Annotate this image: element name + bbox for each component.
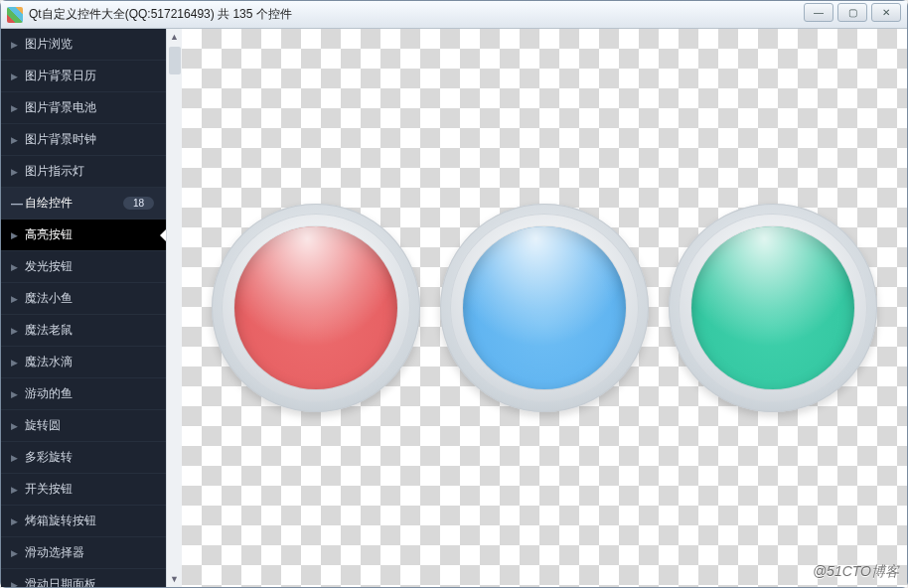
sidebar: ▶图片浏览 ▶图片背景日历 ▶图片背景电池 ▶图片背景时钟 ▶图片指示灯 — 自… xyxy=(1,29,182,587)
caret-right-icon: ▶ xyxy=(11,72,18,81)
sidebar-items: ▶图片浏览 ▶图片背景日历 ▶图片背景电池 ▶图片背景时钟 ▶图片指示灯 — 自… xyxy=(1,29,166,587)
caret-right-icon: ▶ xyxy=(11,389,18,399)
caret-right-icon: ▶ xyxy=(11,103,18,113)
sidebar-item[interactable]: ▶图片背景电池 xyxy=(1,92,166,124)
sidebar-item[interactable]: ▶滑动选择器 xyxy=(1,537,166,569)
caret-right-icon: ▶ xyxy=(11,230,18,240)
sidebar-item[interactable]: ▶发光按钮 xyxy=(1,251,166,283)
scroll-up-icon[interactable]: ▲ xyxy=(168,29,182,45)
sidebar-item-label: 旋转圆 xyxy=(25,417,61,434)
caret-right-icon: ▶ xyxy=(11,167,18,177)
preview-pane xyxy=(182,29,907,587)
sidebar-scrollbar[interactable]: ▲ ▼ xyxy=(166,29,182,587)
sidebar-item-label: 图片背景电池 xyxy=(25,99,96,116)
button-face xyxy=(463,226,626,389)
caret-right-icon: ▶ xyxy=(11,135,18,145)
sidebar-item[interactable]: ▶烤箱旋转按钮 xyxy=(1,506,166,537)
caret-right-icon: ▶ xyxy=(11,358,18,368)
sidebar-item-label: 魔法水滴 xyxy=(25,354,73,370)
gloss-overlay xyxy=(691,226,854,380)
sidebar-item[interactable]: ▶魔法小鱼 xyxy=(1,283,166,315)
sidebar-item-highlight-button[interactable]: ▶ 高亮按钮 xyxy=(1,220,166,251)
caret-right-icon: ▶ xyxy=(11,294,18,304)
caret-right-icon: ▶ xyxy=(11,421,18,431)
app-icon xyxy=(7,7,23,23)
highlight-button-red[interactable] xyxy=(212,204,420,412)
sidebar-item-label: 魔法小鱼 xyxy=(25,290,73,307)
sidebar-group-badge: 18 xyxy=(123,197,154,210)
caret-right-icon: ▶ xyxy=(11,326,18,336)
sidebar-group-label: 自绘控件 xyxy=(25,195,73,212)
caret-right-icon: ▶ xyxy=(11,548,18,558)
caret-right-icon: ▶ xyxy=(11,580,18,588)
highlight-buttons-row xyxy=(212,204,877,412)
sidebar-item-label: 多彩旋转 xyxy=(25,449,73,466)
expand-collapse-icon: — xyxy=(11,197,23,211)
sidebar-item-label: 图片背景日历 xyxy=(25,68,96,84)
gloss-overlay xyxy=(463,226,626,380)
sidebar-item[interactable]: ▶旋转圆 xyxy=(1,410,166,442)
sidebar-item[interactable]: ▶图片背景日历 xyxy=(1,61,166,92)
caret-right-icon: ▶ xyxy=(11,262,18,272)
sidebar-item-label: 发光按钮 xyxy=(25,258,73,275)
window-controls: — ▢ ✕ xyxy=(804,3,901,22)
sidebar-item[interactable]: ▶滑动日期面板 xyxy=(1,569,166,587)
caret-right-icon: ▶ xyxy=(11,40,18,50)
sidebar-item-label: 图片浏览 xyxy=(25,36,73,53)
app-window: Qt自定义控件大全(QQ:517216493) 共 135 个控件 — ▢ ✕ … xyxy=(0,0,908,588)
sidebar-group-self-draw[interactable]: — 自绘控件 18 xyxy=(1,188,166,220)
content-area: ▶图片浏览 ▶图片背景日历 ▶图片背景电池 ▶图片背景时钟 ▶图片指示灯 — 自… xyxy=(1,29,907,587)
caret-right-icon: ▶ xyxy=(11,485,18,495)
sidebar-item[interactable]: ▶开关按钮 xyxy=(1,474,166,506)
caret-right-icon: ▶ xyxy=(11,516,18,526)
button-face xyxy=(691,226,854,389)
sidebar-item-label: 高亮按钮 xyxy=(25,226,73,243)
sidebar-item[interactable]: ▶图片指示灯 xyxy=(1,156,166,188)
sidebar-item-label: 烤箱旋转按钮 xyxy=(25,513,96,529)
caret-right-icon: ▶ xyxy=(11,453,18,463)
sidebar-item[interactable]: ▶多彩旋转 xyxy=(1,442,166,474)
scroll-thumb[interactable] xyxy=(169,47,181,74)
sidebar-item-label: 滑动选择器 xyxy=(25,544,84,561)
watermark: @51CTO博客 xyxy=(813,563,899,581)
window-title: Qt自定义控件大全(QQ:517216493) 共 135 个控件 xyxy=(29,6,292,23)
sidebar-item[interactable]: ▶图片背景时钟 xyxy=(1,124,166,156)
highlight-button-green[interactable] xyxy=(669,204,877,412)
sidebar-item-label: 游动的鱼 xyxy=(25,385,73,402)
titlebar[interactable]: Qt自定义控件大全(QQ:517216493) 共 135 个控件 — ▢ ✕ xyxy=(1,1,907,29)
scroll-down-icon[interactable]: ▼ xyxy=(168,571,182,587)
gloss-overlay xyxy=(234,226,397,380)
sidebar-item-label: 图片指示灯 xyxy=(25,163,84,180)
sidebar-item-label: 魔法老鼠 xyxy=(25,322,73,339)
minimize-button[interactable]: — xyxy=(804,3,833,22)
close-button[interactable]: ✕ xyxy=(871,3,901,22)
button-face xyxy=(234,226,397,389)
sidebar-item-label: 图片背景时钟 xyxy=(25,131,96,148)
sidebar-item[interactable]: ▶图片浏览 xyxy=(1,29,166,61)
sidebar-item-label: 滑动日期面板 xyxy=(25,576,96,587)
sidebar-item-label: 开关按钮 xyxy=(25,481,73,498)
sidebar-item[interactable]: ▶魔法老鼠 xyxy=(1,315,166,347)
sidebar-item[interactable]: ▶魔法水滴 xyxy=(1,347,166,378)
sidebar-item[interactable]: ▶游动的鱼 xyxy=(1,378,166,410)
highlight-button-blue[interactable] xyxy=(440,204,649,412)
maximize-button[interactable]: ▢ xyxy=(837,3,867,22)
